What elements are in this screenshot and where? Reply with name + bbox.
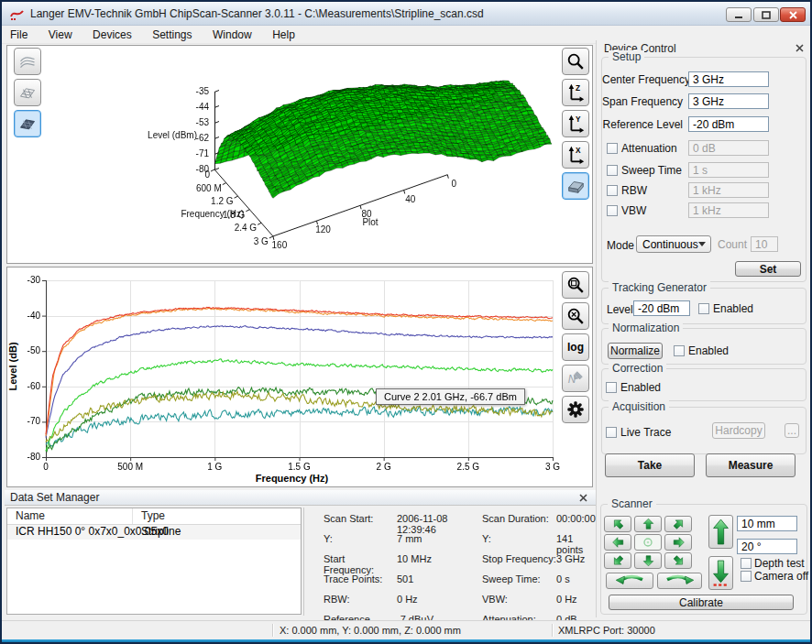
camera-off-checkbox[interactable]	[741, 571, 752, 582]
view-3d-button[interactable]	[562, 172, 589, 200]
sweep-time-field	[688, 162, 769, 178]
view-3d-icon	[565, 176, 586, 196]
menu-view[interactable]: View	[40, 26, 81, 44]
info-label: Sweep Time:	[482, 573, 556, 584]
zoom-in-button[interactable]	[562, 271, 589, 299]
dock-close-button[interactable]	[578, 493, 588, 503]
move-right-button[interactable]	[664, 534, 692, 551]
zoom-3d-button[interactable]	[562, 48, 589, 75]
probe-down-button[interactable]	[708, 556, 733, 590]
span-frequency-field[interactable]	[688, 93, 769, 109]
data-set-manager-header[interactable]: Data Set Manager	[5, 490, 596, 506]
info-value: 7 mm	[397, 533, 482, 544]
view-axis-x-button[interactable]: X	[562, 141, 589, 169]
close-button[interactable]	[780, 7, 806, 22]
live-trace-label: Live Trace	[620, 426, 671, 439]
depth-test-label: Depth test	[754, 557, 805, 570]
info-value: 501	[397, 573, 482, 584]
move-down-right-button[interactable]	[664, 552, 692, 569]
log-scale-button[interactable]: log	[562, 333, 589, 361]
plot3d-panel: Z Y X	[6, 45, 593, 264]
move-down-button[interactable]	[634, 552, 662, 569]
surface-lines-button[interactable]	[14, 48, 41, 75]
calibrate-button[interactable]: Calibrate	[609, 595, 794, 610]
step-angle-field[interactable]	[737, 539, 797, 554]
surface-plot-canvas[interactable]	[48, 48, 556, 261]
tg-level-field[interactable]	[633, 300, 690, 316]
rotate-cw-icon	[662, 574, 698, 587]
svg-text:Z: Z	[576, 84, 580, 93]
view-axis-y-button[interactable]: Y	[562, 110, 589, 137]
attenuation-checkbox[interactable]	[607, 143, 618, 154]
span-frequency-label: Span Frequency	[602, 95, 683, 108]
move-up-left-button[interactable]	[604, 516, 631, 532]
minimize-icon	[734, 11, 743, 19]
menu-file[interactable]: File	[2, 26, 36, 44]
surface-mesh-button[interactable]	[14, 79, 41, 106]
home-position-button[interactable]	[634, 534, 662, 551]
menu-devices[interactable]: Devices	[84, 26, 140, 44]
take-button[interactable]: Take	[605, 453, 695, 477]
rotate-ccw-icon	[611, 574, 648, 587]
rbw-checkbox[interactable]	[607, 185, 618, 196]
axis-y-icon: Y	[565, 114, 586, 134]
column-header-type[interactable]: Type	[133, 508, 173, 524]
svg-text:Y: Y	[576, 115, 581, 124]
sweep-time-checkbox[interactable]	[607, 165, 618, 176]
marker-button[interactable]: N	[562, 365, 589, 392]
menu-help[interactable]: Help	[264, 26, 303, 44]
probe-up-button[interactable]	[708, 515, 733, 549]
arrow-down-icon	[642, 554, 655, 567]
minimize-button[interactable]	[726, 7, 752, 22]
surface-solid-button[interactable]	[14, 110, 41, 137]
rbw-field	[688, 182, 769, 198]
reference-level-field[interactable]	[688, 116, 769, 132]
surface-mesh-icon	[18, 83, 37, 102]
scan-info-panel: Scan Start:2006-11-08 12:39:46Scan Durat…	[303, 508, 594, 616]
magnifier-icon	[565, 51, 586, 71]
set-button[interactable]: Set	[735, 261, 801, 277]
zoom-reset-button[interactable]	[562, 302, 589, 330]
menu-window[interactable]: Window	[204, 26, 260, 44]
move-down-left-button[interactable]	[604, 552, 631, 569]
move-up-right-button[interactable]	[664, 516, 692, 532]
surface-lines-icon	[18, 52, 37, 71]
tg-enabled-checkbox[interactable]	[698, 303, 709, 314]
table-row[interactable]: ICR HH150 0° 0x7x0_0x0.05x0 Stripline	[7, 525, 301, 540]
depth-test-checkbox[interactable]	[741, 558, 752, 569]
info-label: Trace Points:	[324, 573, 397, 584]
live-trace-checkbox[interactable]	[606, 427, 617, 438]
center-target-icon	[641, 536, 655, 549]
view-axis-z-button[interactable]: Z	[562, 79, 589, 106]
correction-enabled-checkbox[interactable]	[606, 382, 617, 393]
scanner-label: Scanner	[608, 497, 656, 510]
plot2d-y-axis-title: Level (dB)	[7, 311, 18, 421]
vbw-checkbox[interactable]	[607, 205, 618, 216]
normalize-button[interactable]: Normalize	[608, 343, 663, 359]
normalization-label: Normalization	[609, 322, 683, 334]
arrow-up-icon	[642, 518, 655, 530]
sweep-time-label: Sweep Time	[621, 164, 682, 177]
info-label: Y:	[482, 533, 556, 544]
measure-button[interactable]: Measure	[706, 453, 796, 477]
plot-settings-button[interactable]	[562, 396, 589, 423]
center-frequency-field[interactable]	[688, 71, 769, 87]
rotate-ccw-button[interactable]	[606, 573, 653, 589]
mode-dropdown[interactable]: Continuous	[636, 235, 711, 253]
maximize-button[interactable]	[753, 7, 779, 22]
rotate-cw-button[interactable]	[657, 573, 702, 589]
step-distance-field[interactable]	[737, 516, 797, 531]
title-bar[interactable]: Langer EMV-Technik GmbH ChipScan-Scanner…	[2, 2, 810, 26]
info-label: Y:	[324, 533, 397, 544]
dock-close-button[interactable]	[795, 43, 805, 53]
info-value: 0 Hz	[397, 594, 482, 605]
info-label: Start Frequency:	[324, 553, 397, 575]
move-up-button[interactable]	[634, 516, 662, 532]
close-icon	[579, 494, 587, 502]
normalization-enabled-checkbox[interactable]	[674, 345, 685, 356]
column-header-name[interactable]: Name	[7, 508, 133, 524]
menu-settings[interactable]: Settings	[144, 26, 200, 44]
app-icon	[9, 6, 25, 22]
line-plot-canvas[interactable]	[24, 271, 560, 471]
move-left-button[interactable]	[604, 534, 631, 551]
